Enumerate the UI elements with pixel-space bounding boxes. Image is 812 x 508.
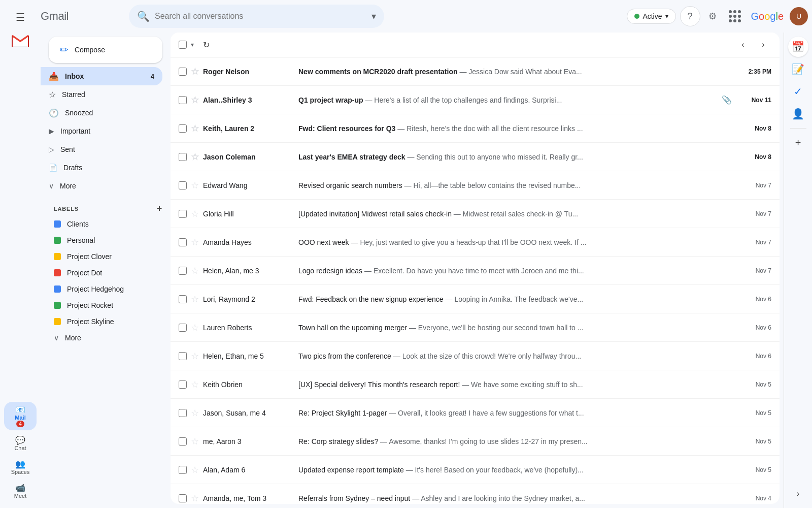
settings-button[interactable]: ⚙ [702, 6, 723, 26]
row-checkbox[interactable] [179, 124, 187, 133]
star-icon[interactable]: ☆ [191, 493, 199, 504]
email-subject-preview: New comments on MCR2020 draft presentati… [298, 68, 732, 76]
dash: — [412, 494, 421, 502]
sidebar-item-snoozed[interactable]: 🕐 Snoozed [41, 104, 162, 122]
dash: — [404, 181, 414, 189]
sender-name: Amanda, me, Tom 3 [203, 494, 294, 502]
table-row[interactable]: ☆ Helen, Alan, me 3 Logo redesign ideas … [171, 257, 780, 285]
star-icon[interactable]: ☆ [191, 66, 199, 77]
help-button[interactable]: ? [680, 6, 700, 26]
table-row[interactable]: ☆ Amanda Hayes OOO next week — Hey, just… [171, 228, 780, 257]
row-checkbox[interactable] [179, 68, 187, 76]
star-icon[interactable]: ☆ [191, 379, 199, 390]
row-checkbox[interactable] [179, 153, 187, 161]
next-page-button[interactable]: › [755, 37, 771, 53]
add-app-button[interactable]: + [788, 133, 808, 153]
star-icon[interactable]: ☆ [191, 322, 199, 333]
table-row[interactable]: ☆ Lori, Raymond 2 Fwd: Feedback on the n… [171, 285, 780, 313]
star-icon[interactable]: ☆ [191, 94, 199, 106]
search-input[interactable] [155, 12, 366, 21]
sidebar-item-inbox[interactable]: 📥 Inbox 4 [41, 67, 162, 85]
tasks-button[interactable]: ✓ [788, 81, 808, 102]
star-icon[interactable]: ☆ [191, 351, 199, 362]
row-checkbox[interactable] [179, 267, 187, 275]
star-icon[interactable]: ☆ [191, 208, 199, 219]
user-avatar[interactable]: U [790, 7, 808, 25]
label-project-dot[interactable]: Project Dot [41, 265, 171, 281]
prev-page-button[interactable]: ‹ [735, 37, 751, 53]
sidebar-item-starred[interactable]: ☆ Starred [41, 85, 162, 104]
hamburger-menu[interactable]: ☰ [10, 7, 30, 27]
search-filter-icon[interactable]: ▾ [371, 11, 376, 22]
star-icon[interactable]: ☆ [191, 237, 199, 248]
preview-text: Here's a list of all the top challenges … [374, 96, 562, 104]
sidebar-item-more[interactable]: ∨ More [41, 177, 162, 195]
refresh-button[interactable]: ↻ [198, 37, 214, 53]
table-row[interactable]: ☆ Alan..Shirley 3 Q1 project wrap-up — H… [171, 86, 780, 114]
label-project-rocket[interactable]: Project Rocket [41, 297, 171, 313]
table-row[interactable]: ☆ Gloria Hill [Updated invitation] Midwe… [171, 200, 780, 228]
row-checkbox[interactable] [179, 409, 187, 417]
labels-more[interactable]: ∨ More [41, 330, 171, 346]
row-checkbox[interactable] [179, 210, 187, 218]
label-clients[interactable]: Clients [41, 216, 171, 232]
star-icon[interactable]: ☆ [191, 436, 199, 447]
contacts-button[interactable]: 👤 [788, 104, 808, 124]
dash: — [364, 267, 374, 275]
row-checkbox[interactable] [179, 466, 187, 474]
row-checkbox[interactable] [179, 96, 187, 104]
important-label: Important [60, 127, 154, 135]
row-checkbox[interactable] [179, 238, 187, 246]
star-icon[interactable]: ☆ [191, 464, 199, 475]
sender-name: Helen, Alan, me 3 [203, 267, 294, 275]
notes-button[interactable]: 📝 [788, 59, 808, 79]
star-icon[interactable]: ☆ [191, 151, 199, 163]
row-checkbox[interactable] [179, 324, 187, 332]
email-time: Nov 4 [736, 495, 771, 502]
star-icon[interactable]: ☆ [191, 407, 199, 419]
row-checkbox[interactable] [179, 352, 187, 360]
select-all-checkbox[interactable] [179, 41, 187, 49]
table-row[interactable]: ☆ Alan, Adam 6 Updated expense report te… [171, 456, 780, 484]
sidebar-item-sent[interactable]: ▷ Sent [41, 140, 162, 158]
label-project-clover[interactable]: Project Clover [41, 248, 171, 265]
table-row[interactable]: ☆ Keith, Lauren 2 Fwd: Client resources … [171, 114, 780, 143]
compose-button[interactable]: ✏ Compose [49, 37, 162, 63]
label-project-skyline[interactable]: Project Skyline [41, 313, 171, 330]
table-row[interactable]: ☆ Amanda, me, Tom 3 Referrals from Sydne… [171, 484, 780, 504]
table-row[interactable]: ☆ Helen, Ethan, me 5 Two pics from the c… [171, 342, 780, 370]
more-nav-icon: ∨ [49, 182, 54, 190]
email-time: Nov 8 [736, 153, 771, 161]
row-checkbox[interactable] [179, 437, 187, 446]
row-checkbox[interactable] [179, 494, 187, 502]
row-checkbox[interactable] [179, 380, 187, 389]
sidebar-item-important[interactable]: ▶ Important [41, 122, 162, 140]
label-project-hedgehog[interactable]: Project Hedgehog [41, 281, 171, 297]
apps-button[interactable] [725, 6, 745, 26]
search-bar[interactable]: 🔍 ▾ [129, 5, 384, 28]
row-checkbox[interactable] [179, 295, 187, 303]
table-row[interactable]: ☆ Jason Coleman Last year's EMEA strateg… [171, 143, 780, 171]
table-row[interactable]: ☆ Keith Obrien [UX] Special delivery! Th… [171, 370, 780, 399]
table-row[interactable]: ☆ Edward Wang Revised organic search num… [171, 171, 780, 200]
star-icon[interactable]: ☆ [191, 123, 199, 134]
row-checkbox[interactable] [179, 181, 187, 189]
table-row[interactable]: ☆ Roger Nelson New comments on MCR2020 d… [171, 57, 780, 86]
table-row[interactable]: ☆ Jason, Susan, me 4 Re: Project Skyligh… [171, 399, 780, 427]
email-time: Nov 5 [736, 381, 771, 388]
table-row[interactable]: ☆ me, Aaron 3 Re: Corp strategy slides? … [171, 427, 780, 456]
subject-text: Revised organic search numbers [298, 181, 402, 189]
right-arrow-button[interactable]: › [788, 484, 808, 504]
star-icon[interactable]: ☆ [191, 180, 199, 191]
select-dropdown-icon[interactable]: ▾ [191, 41, 194, 48]
active-status[interactable]: Active ▾ [627, 9, 675, 24]
table-row[interactable]: ☆ Lauren Roberts Town hall on the upcomi… [171, 313, 780, 342]
email-subject-preview: Last year's EMEA strategy deck — Sending… [298, 153, 732, 161]
sidebar-item-drafts[interactable]: 📄 Drafts [41, 158, 162, 177]
add-label-button[interactable]: + [157, 203, 162, 214]
avatar-initial: U [796, 12, 801, 20]
calendar-button[interactable]: 📅 [788, 37, 808, 57]
star-icon[interactable]: ☆ [191, 294, 199, 305]
label-personal[interactable]: Personal [41, 232, 171, 248]
star-icon[interactable]: ☆ [191, 265, 199, 276]
